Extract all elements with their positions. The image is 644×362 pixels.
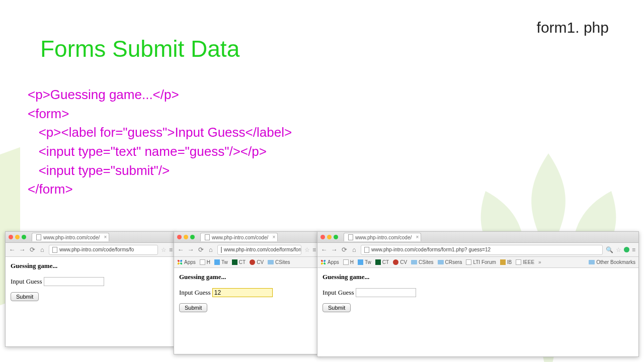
menu-icon[interactable]: ≡ bbox=[312, 246, 316, 253]
browser-toolbar: ← → ⟳ ⌂ www.php-intro.com/code/forms/for… bbox=[317, 243, 638, 257]
bookmarks-bar: Apps H Tw CT CV CSites CRsera LTI Forum … bbox=[317, 257, 638, 268]
zoom-window-icon[interactable] bbox=[334, 235, 338, 239]
submit-button[interactable]: Submit bbox=[179, 303, 207, 312]
bookmark-h[interactable]: H bbox=[343, 259, 354, 265]
toolbar-right: ☆ ≡ bbox=[304, 246, 316, 253]
back-button[interactable]: ← bbox=[177, 246, 184, 253]
tab-title: www.php-intro.com/code/ bbox=[355, 235, 412, 240]
address-bar[interactable]: www.php-intro.com/code/forms/fo bbox=[49, 245, 158, 255]
input-label: Input Guess bbox=[179, 289, 210, 296]
page-icon bbox=[364, 247, 369, 253]
bookmark-star-icon[interactable]: ☆ bbox=[616, 246, 621, 253]
input-label: Input Guess bbox=[11, 278, 42, 285]
evernote-icon[interactable] bbox=[624, 247, 629, 252]
bookmark-crsera[interactable]: CRsera bbox=[438, 259, 462, 265]
ct-icon bbox=[375, 259, 381, 265]
bookmark-ib[interactable]: IB bbox=[500, 259, 512, 265]
guess-input[interactable] bbox=[212, 288, 273, 297]
bookmark-ieee[interactable]: IEEE bbox=[516, 259, 534, 265]
guess-input[interactable] bbox=[44, 277, 104, 286]
browser-tab[interactable]: www.php-intro.com/code/ × bbox=[344, 233, 421, 241]
url-text: www.php-intro.com/code/forms/fo bbox=[59, 247, 134, 252]
window-titlebar: www.php-intro.com/code/ × bbox=[6, 232, 176, 243]
bookmark-star-icon[interactable]: ☆ bbox=[304, 246, 310, 253]
home-button[interactable]: ⌂ bbox=[39, 246, 46, 253]
close-window-icon[interactable] bbox=[177, 235, 182, 239]
bookmark-star-icon[interactable]: ☆ bbox=[161, 246, 167, 253]
minimize-window-icon[interactable] bbox=[184, 235, 188, 239]
close-tab-icon[interactable]: × bbox=[416, 234, 419, 240]
home-button[interactable]: ⌂ bbox=[351, 246, 358, 253]
bookmark-tw[interactable]: Tw bbox=[214, 259, 228, 265]
apps-bookmark[interactable]: Apps bbox=[177, 259, 196, 265]
cv-icon bbox=[393, 259, 398, 265]
bookmark-ct[interactable]: CT bbox=[375, 259, 389, 265]
page-icon bbox=[348, 234, 353, 240]
browser-tab[interactable]: www.php-intro.com/code/ × bbox=[32, 233, 109, 241]
cv-icon bbox=[250, 259, 255, 265]
bookmark-lti[interactable]: LTI Forum bbox=[466, 259, 496, 265]
submit-button[interactable]: Submit bbox=[323, 303, 351, 312]
submit-button[interactable]: Submit bbox=[11, 292, 39, 301]
traffic-lights[interactable] bbox=[177, 235, 195, 239]
bookmark-ct[interactable]: CT bbox=[232, 259, 246, 265]
bookmark-cv[interactable]: CV bbox=[250, 259, 264, 265]
browser-toolbar: ← → ⟳ ⌂ www.php-intro.com/code/forms/for… bbox=[174, 243, 319, 257]
bookmark-tw[interactable]: Tw bbox=[358, 259, 371, 265]
tab-title: www.php-intro.com/code/ bbox=[43, 235, 100, 240]
address-bar[interactable]: www.php-intro.com/code/forms/form1.php? … bbox=[361, 245, 603, 255]
minimize-window-icon[interactable] bbox=[15, 235, 20, 239]
reload-button[interactable]: ⟳ bbox=[341, 246, 348, 253]
zoom-window-icon[interactable] bbox=[22, 235, 26, 239]
page-content: Guessing game... Input Guess Submit bbox=[6, 257, 176, 346]
close-tab-icon[interactable]: × bbox=[104, 234, 107, 240]
folder-icon bbox=[589, 260, 595, 264]
bookmark-csites[interactable]: CSites bbox=[411, 259, 433, 265]
page-content: Guessing game... Input Guess Submit bbox=[174, 268, 319, 354]
back-button[interactable]: ← bbox=[320, 246, 328, 253]
zoom-window-icon[interactable] bbox=[190, 235, 195, 239]
close-window-icon[interactable] bbox=[320, 235, 325, 239]
page-content: Guessing game... Input Guess Submit bbox=[317, 268, 638, 356]
traffic-lights[interactable] bbox=[9, 235, 26, 239]
url-text: www.php-intro.com/code/forms/form1.php? … bbox=[371, 247, 491, 252]
tab-title: www.php-intro.com/code/ bbox=[212, 235, 268, 240]
apps-bookmark[interactable]: Apps bbox=[320, 259, 339, 265]
slide-title: Forms Submit Data bbox=[40, 35, 239, 62]
menu-icon[interactable]: ≡ bbox=[169, 246, 173, 253]
guess-input[interactable] bbox=[356, 288, 416, 297]
apps-icon bbox=[177, 259, 183, 265]
window-titlebar: www.php-intro.com/code/ × bbox=[174, 232, 319, 243]
bookmark-h[interactable]: H bbox=[200, 259, 210, 265]
browser-windows-row: www.php-intro.com/code/ × ← → ⟳ ⌂ www.ph… bbox=[5, 231, 639, 357]
reload-button[interactable]: ⟳ bbox=[29, 246, 36, 253]
bookmark-csites[interactable]: CSites bbox=[268, 259, 290, 265]
minimize-window-icon[interactable] bbox=[327, 235, 332, 239]
twitter-icon bbox=[214, 259, 220, 265]
url-text: www.php-intro.com/code/forms/forms bbox=[224, 247, 301, 252]
browser-window-3: www.php-intro.com/code/ × ← → ⟳ ⌂ www.ph… bbox=[317, 231, 639, 357]
code-snippet: <p>Guessing game...</p> <form> <p><label… bbox=[28, 85, 292, 199]
page-icon bbox=[205, 234, 210, 240]
menu-icon[interactable]: ≡ bbox=[632, 246, 635, 253]
toolbar-right: 🔍 ☆ ≡ bbox=[606, 246, 635, 253]
folder-icon bbox=[438, 260, 444, 264]
close-tab-icon[interactable]: × bbox=[272, 234, 275, 240]
forward-button[interactable]: → bbox=[331, 246, 338, 253]
reload-button[interactable]: ⟳ bbox=[197, 246, 204, 253]
back-button[interactable]: ← bbox=[9, 246, 16, 253]
browser-tab[interactable]: www.php-intro.com/code/ × bbox=[200, 233, 278, 241]
bookmark-cv[interactable]: CV bbox=[393, 259, 407, 265]
home-button[interactable]: ⌂ bbox=[207, 246, 214, 253]
address-bar[interactable]: www.php-intro.com/code/forms/forms bbox=[217, 245, 301, 255]
other-bookmarks[interactable]: Other Bookmarks bbox=[589, 259, 635, 265]
close-window-icon[interactable] bbox=[9, 235, 13, 239]
search-icon[interactable]: 🔍 bbox=[606, 246, 613, 253]
traffic-lights[interactable] bbox=[320, 235, 338, 239]
file-icon bbox=[343, 259, 349, 265]
input-label: Input Guess bbox=[323, 289, 354, 296]
forward-button[interactable]: → bbox=[187, 246, 194, 253]
forward-button[interactable]: → bbox=[19, 246, 26, 253]
bookmarks-overflow[interactable]: » bbox=[538, 259, 541, 265]
ib-icon bbox=[500, 259, 506, 265]
